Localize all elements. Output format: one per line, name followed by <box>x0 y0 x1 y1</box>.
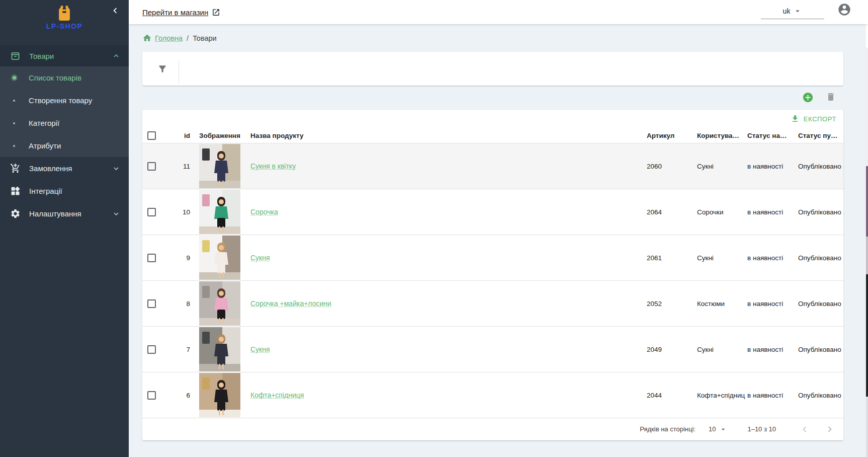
row-checkbox[interactable] <box>147 391 156 400</box>
download-icon <box>791 114 800 123</box>
breadcrumb: Головна / Товари <box>142 33 217 43</box>
product-thumbnail[interactable] <box>199 144 240 188</box>
row-checkbox[interactable] <box>147 299 156 308</box>
product-name-link[interactable]: Кофта+спідниця <box>250 391 304 399</box>
table-toolbar: ЕКСПОРТ <box>142 110 843 128</box>
sidebar-item-categories[interactable]: Категорії <box>0 112 129 134</box>
filter-icon[interactable] <box>157 64 167 74</box>
topbar: Перейти в магазин uk <box>129 0 868 24</box>
add-product-button[interactable] <box>803 92 813 103</box>
sidebar-collapse-button[interactable] <box>108 3 123 18</box>
column-header-sku: Артикул <box>647 128 674 143</box>
product-thumbnail[interactable] <box>199 236 240 280</box>
cell-stock-status: в наявності <box>747 235 783 280</box>
sidebar-item-orders[interactable]: Замовлення <box>0 157 129 180</box>
table-header-row: id Зображення Назва продукту Артикул Кор… <box>142 128 843 143</box>
cell-user: Сукні <box>697 327 746 372</box>
chevron-up-icon <box>112 51 121 60</box>
home-icon <box>142 33 152 43</box>
breadcrumb-current: Товари <box>193 34 217 42</box>
cell-stock-status: в наявності <box>747 143 783 189</box>
rows-per-page-select[interactable]: 10 <box>709 425 727 433</box>
sidebar-item-label: Замовлення <box>29 164 112 173</box>
sidebar-item-attributes[interactable]: Атрибути <box>0 134 129 157</box>
sidebar-item-integrations[interactable]: Інтеграції <box>0 180 129 202</box>
cell-stock-status: в наявності <box>747 372 783 418</box>
language-select[interactable]: uk <box>761 3 824 19</box>
cell-publish-status: Опубліковано <box>798 327 841 372</box>
table-row: 10 Сорочка 2064 Сорочки в наявності Опуб… <box>142 189 843 235</box>
product-thumbnail[interactable] <box>199 373 240 417</box>
filter-panel <box>142 52 843 86</box>
cell-id: 6 <box>160 372 190 418</box>
integrations-icon <box>10 186 21 196</box>
settings-gear-icon <box>10 208 21 219</box>
row-checkbox[interactable] <box>147 345 156 354</box>
cell-stock-status: в наявності <box>747 281 783 326</box>
cell-stock-status: в наявності <box>747 327 783 372</box>
sidebar-item-product-create[interactable]: Створення товару <box>0 89 129 112</box>
row-checkbox[interactable] <box>147 254 156 262</box>
cell-id: 7 <box>160 327 190 372</box>
delete-selected-button[interactable] <box>826 92 836 102</box>
product-thumbnail[interactable] <box>199 327 240 371</box>
table-row: 7 Сукня 2049 Сукні в наявності Опубліков… <box>142 327 843 372</box>
cell-user: Сукні <box>697 235 746 280</box>
product-thumbnail[interactable] <box>199 190 240 234</box>
cell-user: Кофта+спідниц <box>697 372 746 418</box>
product-name-link[interactable]: Сукня <box>250 254 270 262</box>
submenu-item-label: Атрибути <box>29 141 61 150</box>
column-header-stock-status: Статус на… <box>747 128 787 143</box>
table-row: 8 Сорочка +майка+лосини 2052 Костюми в н… <box>142 281 843 327</box>
arrow-drop-down-icon <box>793 7 802 16</box>
export-label: ЕКСПОРТ <box>804 115 836 123</box>
cell-id: 10 <box>160 189 190 235</box>
sidebar-item-settings[interactable]: Налаштування <box>0 202 129 225</box>
cell-sku: 2052 <box>647 281 662 326</box>
go-to-store-link[interactable]: Перейти в магазин <box>142 8 220 17</box>
screen-edge-artifact <box>866 0 868 457</box>
select-all-checkbox[interactable] <box>147 131 156 140</box>
row-checkbox[interactable] <box>147 162 156 171</box>
account-circle-icon <box>837 3 851 17</box>
cell-sku: 2061 <box>647 235 662 280</box>
sidebar-item-label: Товари <box>29 52 112 60</box>
cell-user: Костюми <box>697 281 746 326</box>
product-thumbnail[interactable] <box>199 281 240 326</box>
column-header-image: Зображення <box>199 128 240 143</box>
cell-publish-status: Опубліковано <box>798 235 841 280</box>
breadcrumb-home-link[interactable]: Головна <box>142 33 183 43</box>
table-pagination: Рядків на сторінці: 10 1–10 з 10 <box>142 418 843 440</box>
cell-sku: 2064 <box>647 189 662 235</box>
next-page-button[interactable] <box>824 424 835 435</box>
column-header-name: Назва продукту <box>250 128 303 143</box>
active-bullet-icon <box>11 75 17 81</box>
add-cart-icon <box>10 163 21 174</box>
account-menu-button[interactable] <box>837 3 851 17</box>
sidebar-item-product-list[interactable]: Список товарів <box>0 66 129 89</box>
rows-per-page-value: 10 <box>709 425 716 433</box>
rows-per-page-label: Рядків на сторінці: <box>640 425 696 433</box>
cell-id: 8 <box>160 281 190 326</box>
cell-sku: 2060 <box>647 143 662 189</box>
row-checkbox[interactable] <box>147 208 156 216</box>
chevron-down-icon <box>112 209 121 218</box>
logo-text: LP-SHOP <box>46 22 83 30</box>
cell-user: Сукні <box>697 143 746 189</box>
cell-publish-status: Опубліковано <box>798 281 841 326</box>
product-name-link[interactable]: Сукня в квітку <box>250 162 296 170</box>
export-button[interactable]: ЕКСПОРТ <box>791 114 836 123</box>
product-name-link[interactable]: Сукня <box>250 345 270 353</box>
product-name-link[interactable]: Сорочка <box>250 208 278 216</box>
chevron-left-icon <box>110 5 121 16</box>
cell-id: 11 <box>160 143 190 189</box>
previous-page-button[interactable] <box>799 424 810 435</box>
submenu-item-label: Список товарів <box>29 73 81 82</box>
bullet-icon <box>11 120 17 126</box>
pagination-range: 1–10 з 10 <box>747 425 776 433</box>
sidebar-item-label: Інтеграції <box>29 187 121 195</box>
cell-sku: 2049 <box>647 327 662 372</box>
sidebar-item-products[interactable]: Товари <box>0 45 129 66</box>
product-name-link[interactable]: Сорочка +майка+лосини <box>250 299 331 308</box>
cell-stock-status: в наявності <box>747 189 783 235</box>
